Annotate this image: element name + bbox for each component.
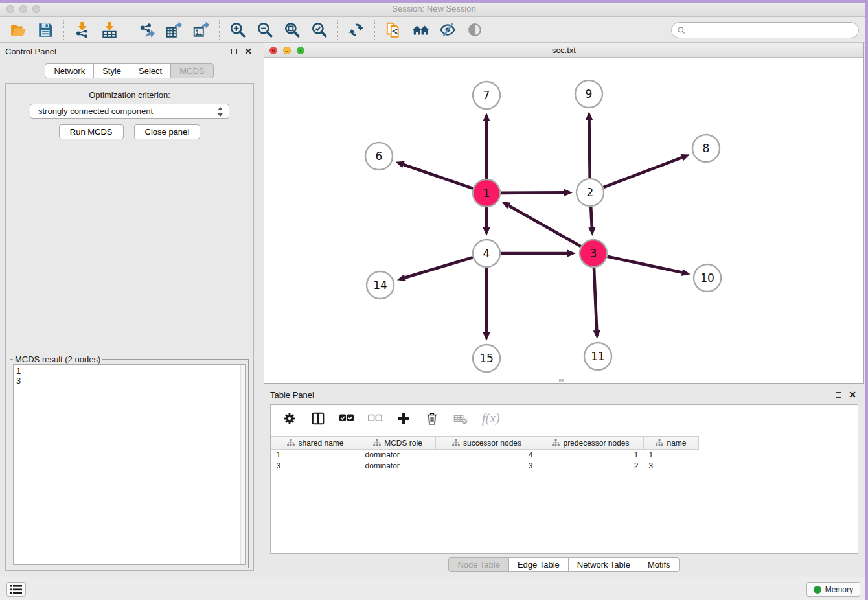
import-network-icon[interactable]	[73, 21, 91, 39]
control-panel-header: Control Panel ✕	[0, 43, 258, 60]
list-icon	[10, 585, 22, 594]
run-mcds-button[interactable]: Run MCDS	[59, 124, 124, 139]
level-of-detail-icon[interactable]	[466, 21, 484, 39]
delete-column-icon[interactable]	[425, 411, 439, 426]
status-bar: Memory	[0, 577, 868, 600]
network-canvas[interactable]: 7968124314101511	[264, 58, 863, 383]
memory-button[interactable]: Memory	[806, 582, 860, 597]
clone-network-icon[interactable]	[384, 21, 402, 39]
table-cell: 3	[644, 461, 699, 472]
hide-graphics-icon[interactable]	[439, 21, 457, 39]
function-builder-icon[interactable]: f(x)	[482, 411, 500, 426]
search-box[interactable]	[671, 22, 859, 38]
graph-node-label: 4	[483, 247, 490, 260]
table-cell: 1	[538, 450, 644, 461]
tab-edge-table[interactable]: Edge Table	[508, 557, 569, 572]
edge-3-11[interactable]	[594, 268, 597, 330]
graph-node-label: 10	[700, 271, 714, 284]
column-header-shared-name[interactable]: shared name	[271, 437, 360, 450]
refresh-icon[interactable]	[347, 21, 365, 39]
column-header-predecessor-nodes[interactable]: predecessor nodes	[538, 437, 644, 450]
close-panel-icon[interactable]: ✕	[243, 46, 253, 56]
criterion-value: strongly connected component	[38, 106, 153, 116]
table-toolbar: f(x)	[271, 405, 858, 432]
zoom-out-icon[interactable]	[256, 21, 274, 39]
graph-node-label: 9	[586, 87, 593, 100]
table-panel: Table Panel ✕ f(x) shared nameMCDS roles…	[264, 386, 864, 575]
network-graph[interactable]: 7968124314101511	[264, 58, 863, 383]
table-row[interactable]: 3dominator323	[271, 461, 699, 472]
table-cell: 3	[271, 461, 360, 472]
tab-select[interactable]: Select	[130, 63, 171, 78]
network-resize-handle[interactable]	[559, 379, 564, 382]
tab-network[interactable]: Network	[45, 63, 94, 78]
mcds-result-fieldset: MCDS result (2 nodes) 1 3	[10, 359, 249, 568]
edge-2-3[interactable]	[591, 207, 592, 227]
mcds-result-title: MCDS result (2 nodes)	[13, 354, 102, 364]
deselect-all-icon[interactable]	[368, 411, 382, 426]
show-columns-icon[interactable]	[311, 411, 325, 426]
select-all-icon[interactable]	[339, 411, 354, 426]
column-header-MCDS-role[interactable]: MCDS role	[360, 437, 436, 450]
tab-network-table[interactable]: Network Table	[568, 557, 639, 572]
close-panel-button[interactable]: Close panel	[134, 124, 201, 139]
search-input[interactable]	[686, 24, 858, 37]
tab-node-table[interactable]: Node Table	[448, 557, 509, 572]
tab-style[interactable]: Style	[93, 63, 130, 78]
edge-arrowhead	[586, 111, 593, 120]
edge-3-1[interactable]	[509, 206, 581, 247]
export-network-icon[interactable]	[137, 21, 155, 39]
close-table-panel-icon[interactable]: ✕	[847, 389, 858, 400]
edge-arrowhead	[483, 113, 490, 121]
edge-arrowhead	[681, 154, 690, 161]
optimization-criterion-label: Optimization criterion:	[6, 90, 253, 100]
mcds-result-scrollbar[interactable]	[240, 365, 245, 564]
graph-node-label: 8	[703, 142, 710, 155]
add-column-icon[interactable]	[396, 411, 411, 426]
column-header-name[interactable]: name	[644, 437, 699, 450]
edge-arrowhead	[483, 332, 490, 341]
table-row[interactable]: 1dominator411	[271, 450, 699, 461]
task-history-button[interactable]	[6, 582, 26, 597]
mcds-tab-content: Optimization criterion: strongly connect…	[5, 83, 254, 571]
delete-table-icon[interactable]	[453, 411, 468, 426]
zoom-fit-icon[interactable]	[283, 21, 301, 39]
criterion-select[interactable]: strongly connected component	[30, 104, 229, 119]
table-cell: 2	[538, 461, 644, 472]
control-panel-title: Control Panel	[5, 47, 225, 56]
desktop-edge-right	[865, 0, 868, 600]
table-cell: 3	[436, 461, 538, 472]
save-session-icon[interactable]	[36, 21, 54, 39]
tab-mcds[interactable]: MCDS	[170, 63, 213, 78]
graph-node-label: 15	[479, 352, 494, 365]
control-panel: Control Panel ✕ NetworkStyleSelectMCDS O…	[0, 43, 258, 575]
zoom-selected-icon[interactable]	[310, 21, 328, 39]
graph-node-label: 6	[376, 150, 383, 163]
node-table[interactable]: shared nameMCDS rolesuccessor nodesprede…	[271, 436, 699, 472]
edge-1-6[interactable]	[404, 165, 473, 189]
search-icon	[677, 26, 686, 35]
float-panel-icon[interactable]	[229, 46, 239, 56]
graph-node-label: 11	[591, 350, 605, 363]
edge-3-10[interactable]	[608, 257, 682, 273]
tab-motifs[interactable]: Motifs	[639, 557, 680, 572]
float-table-panel-icon[interactable]	[833, 389, 843, 400]
table-cell: 4	[436, 450, 538, 461]
export-image-icon[interactable]	[192, 21, 210, 39]
zoom-in-icon[interactable]	[229, 21, 247, 39]
edge-4-14[interactable]	[405, 257, 473, 277]
import-table-icon[interactable]	[100, 21, 119, 39]
mcds-result-text[interactable]: 1 3	[13, 364, 246, 565]
edge-1-2[interactable]	[501, 192, 564, 193]
edge-2-8[interactable]	[604, 157, 682, 187]
home-view-icon[interactable]	[411, 21, 429, 39]
table-panel-title: Table Panel	[270, 390, 829, 400]
open-session-icon[interactable]	[9, 21, 27, 39]
column-header-successor-nodes[interactable]: successor nodes	[436, 437, 538, 450]
graph-node-label: 7	[483, 89, 490, 102]
settings-gear-icon[interactable]	[282, 411, 297, 426]
graph-node-label: 1	[483, 187, 490, 200]
select-updown-icon	[216, 106, 225, 117]
export-table-icon[interactable]	[165, 21, 183, 39]
edge-2-9[interactable]	[589, 120, 590, 178]
